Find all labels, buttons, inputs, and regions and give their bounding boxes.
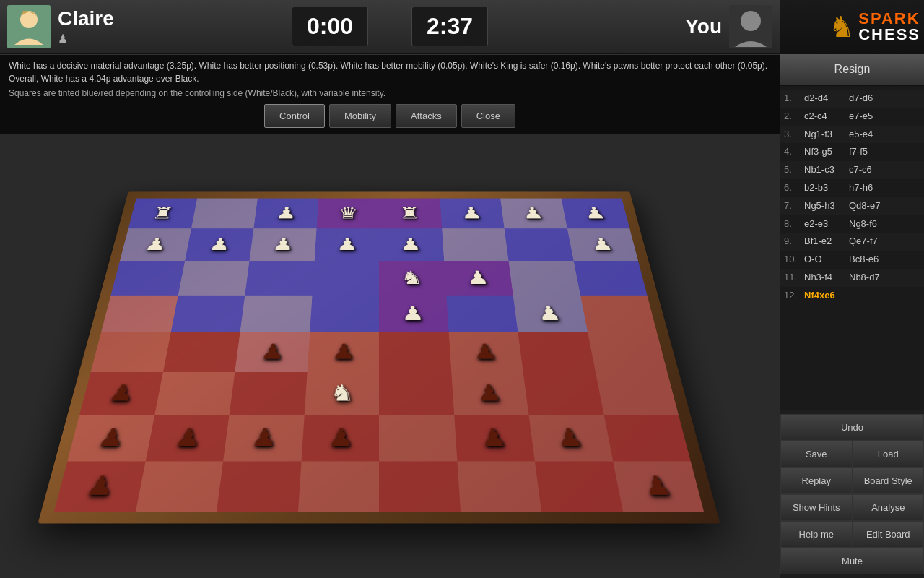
chess-piece-white[interactable]: ♟: [120, 228, 191, 261]
board-cell[interactable]: ♟: [79, 371, 162, 414]
board-cell[interactable]: ♟: [223, 415, 304, 461]
save-button[interactable]: Save: [780, 441, 853, 467]
chess-piece-white[interactable]: ♟: [440, 198, 505, 228]
board-cell[interactable]: ♟: [500, 198, 567, 228]
chess-piece-white[interactable]: ♛: [316, 198, 379, 228]
board-cell[interactable]: [518, 332, 595, 371]
load-button[interactable]: Load: [853, 441, 925, 467]
board-cell[interactable]: ♟: [67, 415, 154, 461]
board-cell[interactable]: ♟: [561, 198, 629, 228]
chess-piece-black[interactable]: ♟: [451, 371, 529, 414]
chess-piece-black[interactable]: ♟: [528, 415, 612, 461]
chess-piece-white[interactable]: ♜: [128, 198, 197, 228]
board-cell[interactable]: ♟: [528, 415, 612, 461]
board-cell[interactable]: [154, 371, 235, 414]
analyse-button[interactable]: Analyse: [853, 494, 925, 521]
board-cell[interactable]: [573, 260, 647, 295]
chess-piece-white[interactable]: ♟: [567, 228, 638, 261]
board-cell[interactable]: ♞: [304, 371, 379, 414]
close-button[interactable]: Close: [461, 104, 515, 128]
chess-piece-white[interactable]: ♟: [561, 198, 629, 228]
help-me-button[interactable]: Help me: [780, 521, 853, 548]
board-cell[interactable]: [508, 260, 580, 295]
chess-piece-white[interactable]: ♞: [379, 260, 446, 295]
chess-piece-white[interactable]: ♞: [304, 371, 379, 414]
undo-button[interactable]: Undo: [780, 414, 924, 441]
board-cell[interactable]: [162, 332, 240, 371]
board-cell[interactable]: [446, 295, 518, 332]
board-cell[interactable]: [379, 371, 454, 414]
mobility-button[interactable]: Mobility: [329, 104, 391, 128]
attacks-button[interactable]: Attacks: [396, 104, 457, 128]
board-cell[interactable]: [523, 371, 604, 414]
chess-piece-black[interactable]: ♟: [67, 415, 154, 461]
board-cell[interactable]: [310, 295, 379, 332]
board-cell[interactable]: ♜: [379, 198, 442, 228]
replay-button[interactable]: Replay: [780, 467, 853, 494]
chess-piece-white[interactable]: ♟: [444, 260, 513, 295]
chess-piece-black[interactable]: ♟: [54, 461, 145, 512]
board-cell[interactable]: [240, 295, 313, 332]
board-cell[interactable]: [230, 371, 308, 414]
board-cell[interactable]: ♟: [250, 228, 317, 261]
board-cell[interactable]: ♟: [307, 332, 379, 371]
board-cell[interactable]: ♞: [379, 260, 446, 295]
board-cell[interactable]: [136, 461, 224, 512]
board-cell[interactable]: ♟: [613, 461, 704, 512]
board-cell[interactable]: ♜: [128, 198, 197, 228]
board-cell[interactable]: ♟: [379, 295, 448, 332]
board-cell[interactable]: [603, 415, 691, 461]
board-cell[interactable]: ♟: [120, 228, 191, 261]
board-cell[interactable]: ♟: [567, 228, 638, 261]
board-cell[interactable]: [379, 415, 457, 461]
board-cell[interactable]: [298, 461, 380, 512]
edit-board-button[interactable]: Edit Board: [853, 521, 925, 548]
chess-piece-white[interactable]: ♟: [314, 228, 379, 261]
board-cell[interactable]: [101, 295, 178, 332]
board-cell[interactable]: [245, 260, 314, 295]
board-cell[interactable]: ♟: [314, 228, 379, 261]
board-cell[interactable]: [457, 461, 541, 512]
board-cell[interactable]: [178, 260, 249, 295]
board-cell[interactable]: ♟: [379, 228, 444, 261]
board-cell[interactable]: [580, 295, 657, 332]
chess-piece-white[interactable]: ♟: [253, 198, 318, 228]
board-cell[interactable]: [217, 461, 301, 512]
board-cell[interactable]: [91, 332, 171, 371]
board-style-button[interactable]: Board Style: [853, 467, 925, 494]
chess-piece-black[interactable]: ♟: [79, 371, 162, 414]
board-cell[interactable]: ♟: [253, 198, 318, 228]
chess-piece-white[interactable]: ♟: [185, 228, 254, 261]
chess-piece-black[interactable]: ♟: [223, 415, 304, 461]
mute-button[interactable]: Mute: [780, 548, 924, 574]
chess-piece-black[interactable]: ♟: [145, 415, 229, 461]
show-hints-button[interactable]: Show Hints: [780, 494, 853, 521]
chess-piece-black[interactable]: ♟: [613, 461, 704, 512]
board-cell[interactable]: ♟: [145, 415, 229, 461]
chess-piece-white[interactable]: ♟: [379, 228, 444, 261]
board-cell[interactable]: ♛: [316, 198, 379, 228]
board-cell[interactable]: [191, 198, 258, 228]
board-cell[interactable]: ♟: [440, 198, 505, 228]
board-cell[interactable]: [588, 332, 668, 371]
resign-button[interactable]: Resign: [780, 54, 924, 86]
chess-piece-black[interactable]: ♟: [307, 332, 379, 371]
board-cell[interactable]: [379, 332, 451, 371]
board-cell[interactable]: ♟: [54, 461, 145, 512]
board-cell[interactable]: [535, 461, 623, 512]
board-cell[interactable]: [505, 228, 574, 261]
board-cell[interactable]: ♟: [513, 295, 588, 332]
chess-piece-white[interactable]: ♟: [379, 295, 448, 332]
board-cell[interactable]: ♟: [185, 228, 254, 261]
board-cell[interactable]: [596, 371, 679, 414]
board-cell[interactable]: [170, 295, 245, 332]
control-button[interactable]: Control: [264, 104, 325, 128]
board-cell[interactable]: [312, 260, 379, 295]
board-cell[interactable]: ♟: [235, 332, 309, 371]
chess-piece-black[interactable]: ♟: [454, 415, 535, 461]
board-cell[interactable]: ♟: [448, 332, 523, 371]
chess-piece-white[interactable]: ♟: [250, 228, 317, 261]
board-cell[interactable]: [111, 260, 185, 295]
board-cell[interactable]: ♟: [444, 260, 513, 295]
board-cell[interactable]: ♟: [454, 415, 535, 461]
